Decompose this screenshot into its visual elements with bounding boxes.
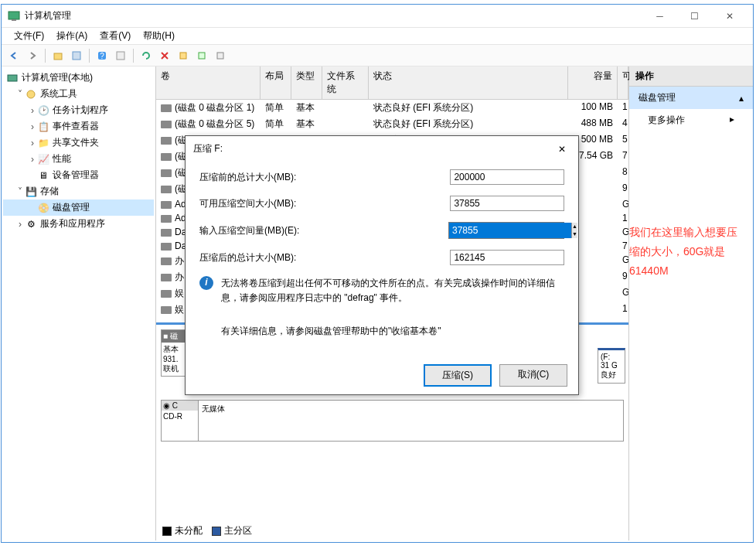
- dialog-title: 压缩 F:: [193, 142, 223, 155]
- total-before-value: 200000: [450, 169, 564, 185]
- svg-rect-10: [8, 75, 17, 81]
- up-button[interactable]: [50, 48, 66, 63]
- props-button[interactable]: [113, 48, 128, 63]
- menu-action[interactable]: 操作(A): [50, 29, 94, 43]
- delete-button[interactable]: [157, 48, 172, 63]
- dialog-close-button[interactable]: ✕: [553, 144, 570, 155]
- info-icon: i: [199, 276, 213, 290]
- legend-primary: 主分区: [224, 524, 252, 537]
- tree-device-manager[interactable]: 🖥设备管理器: [3, 167, 154, 183]
- collapse-icon: ▴: [739, 93, 744, 104]
- tree-storage[interactable]: ˅💾存储: [3, 183, 154, 199]
- menu-file[interactable]: 文件(F): [8, 29, 50, 43]
- tool1-button[interactable]: [175, 48, 191, 63]
- tool3-button[interactable]: [213, 48, 228, 63]
- app-icon: [8, 10, 20, 22]
- actions-diskmgmt[interactable]: 磁盘管理▴: [629, 87, 753, 109]
- minimize-button[interactable]: ─: [642, 5, 677, 27]
- spin-down-button[interactable]: ▼: [572, 230, 577, 238]
- svg-rect-3: [73, 52, 80, 60]
- close-button[interactable]: ✕: [712, 5, 747, 27]
- cancel-button[interactable]: 取消(C): [499, 364, 567, 387]
- table-row[interactable]: (磁盘 0 磁盘分区 1)简单基本状态良好 (EFI 系统分区)100 MB1: [156, 100, 628, 116]
- avail-value: 37855: [450, 196, 564, 211]
- tool2-button[interactable]: [194, 48, 209, 63]
- actions-more[interactable]: 更多操作▸: [629, 109, 753, 131]
- annotation: 我们在这里输入想要压 缩的大小，60G就是 61440M: [629, 223, 753, 281]
- menubar: 文件(F) 操作(A) 查看(V) 帮助(H): [2, 28, 753, 45]
- total-before-label: 压缩前的总计大小(MB):: [199, 171, 450, 184]
- svg-rect-8: [199, 53, 205, 59]
- help-button[interactable]: ?: [94, 48, 110, 63]
- spin-up-button[interactable]: ▲: [572, 223, 577, 230]
- cdrom-header[interactable]: ◉ C CD-R: [161, 400, 198, 442]
- table-row[interactable]: (磁盘 0 磁盘分区 5)简单基本状态良好 (EFI 系统分区)488 MB4: [156, 116, 628, 132]
- menu-help[interactable]: 帮助(H): [137, 29, 181, 43]
- svg-rect-1: [12, 19, 16, 21]
- col-status[interactable]: 状态: [369, 66, 568, 99]
- info-text-1: 无法将卷压缩到超出任何不可移动的文件所在的点。有关完成该操作时间的详细信息，请参…: [221, 276, 564, 305]
- titlebar: 计算机管理 ─ ☐ ✕: [2, 5, 753, 28]
- svg-rect-2: [54, 53, 62, 60]
- actions-header: 操作: [629, 66, 753, 87]
- avail-label: 可用压缩空间大小(MB):: [199, 197, 450, 210]
- svg-rect-9: [217, 53, 223, 59]
- refresh-button[interactable]: [138, 48, 154, 63]
- tree-shared-folders[interactable]: ›📁共享文件夹: [3, 135, 154, 151]
- cdrom-partition[interactable]: 无媒体: [198, 400, 624, 442]
- shrink-amount-spinner[interactable]: ▲ ▼: [448, 222, 564, 239]
- legend-unallocated: 未分配: [175, 524, 203, 537]
- total-after-label: 压缩后的总计大小(MB):: [199, 251, 450, 264]
- col-layout[interactable]: 布局: [261, 66, 291, 99]
- view-button[interactable]: [69, 48, 84, 63]
- menu-view[interactable]: 查看(V): [94, 29, 137, 43]
- svg-text:?: ?: [100, 52, 104, 60]
- tree-disk-management[interactable]: 📀磁盘管理: [3, 199, 154, 216]
- actions-pane: 操作 磁盘管理▴ 更多操作▸: [629, 66, 753, 540]
- col-volume[interactable]: 卷: [156, 66, 261, 99]
- toolbar: ?: [2, 45, 753, 66]
- svg-point-11: [27, 90, 35, 98]
- shrink-button[interactable]: 压缩(S): [424, 364, 492, 387]
- table-header: 卷 布局 类型 文件系统 状态 容量 可: [156, 66, 628, 100]
- svg-rect-7: [180, 53, 186, 59]
- col-filesystem[interactable]: 文件系统: [322, 66, 369, 99]
- col-extra[interactable]: 可: [618, 66, 628, 99]
- tree-task-scheduler[interactable]: ›🕑任务计划程序: [3, 102, 154, 118]
- tree-system-tools[interactable]: ˅系统工具: [3, 86, 154, 102]
- tree-event-viewer[interactable]: ›📋事件查看器: [3, 118, 154, 135]
- input-label: 输入压缩空间量(MB)(E):: [199, 224, 448, 237]
- info-text-2: 有关详细信息，请参阅磁盘管理帮助中的"收缩基本卷": [221, 324, 441, 339]
- tree-services-apps[interactable]: ›⚙服务和应用程序: [3, 216, 154, 232]
- tree-performance[interactable]: ›📈性能: [3, 151, 154, 167]
- forward-button[interactable]: [25, 48, 40, 63]
- total-after-value: 162145: [450, 250, 564, 265]
- chevron-right-icon: ▸: [730, 114, 734, 127]
- svg-rect-0: [9, 12, 19, 19]
- shrink-amount-input[interactable]: [449, 223, 571, 238]
- legend: 未分配 主分区: [162, 524, 252, 537]
- svg-rect-6: [117, 52, 124, 60]
- partition-f-box[interactable]: (F: 31 G 良好: [598, 348, 625, 384]
- tree-root[interactable]: 计算机管理(本地): [3, 70, 154, 86]
- col-type[interactable]: 类型: [291, 66, 322, 99]
- back-button[interactable]: [6, 48, 22, 63]
- shrink-dialog: 压缩 F: ✕ 压缩前的总计大小(MB): 200000 可用压缩空间大小(MB…: [185, 135, 579, 395]
- tree-pane: 计算机管理(本地) ˅系统工具 ›🕑任务计划程序 ›📋事件查看器 ›📁共享文件夹…: [2, 66, 156, 540]
- col-capacity[interactable]: 容量: [568, 66, 618, 99]
- window-title: 计算机管理: [25, 9, 642, 22]
- maximize-button[interactable]: ☐: [677, 5, 712, 27]
